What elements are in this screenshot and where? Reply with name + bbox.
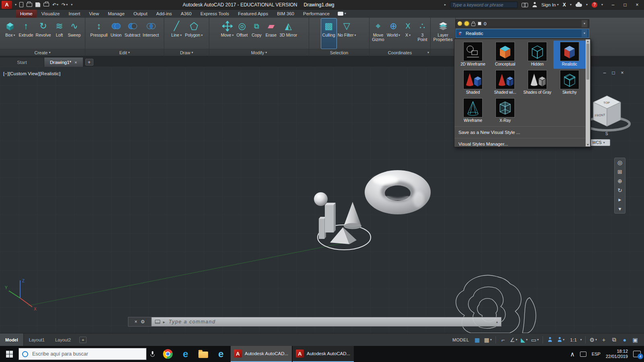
- showmotion-icon[interactable]: ▸: [618, 197, 621, 202]
- ribbon-tab-featured-apps[interactable]: Featured Apps: [234, 10, 272, 18]
- ribbon-tab-addins[interactable]: Add-ins: [152, 10, 176, 18]
- action-center-icon[interactable]: 4: [633, 351, 641, 357]
- taskbar-search-input[interactable]: [31, 351, 143, 357]
- annotation-scale-button[interactable]: 1:1▾: [567, 335, 583, 345]
- intersect-button[interactable]: Intersect: [142, 19, 160, 49]
- navbar-caret-icon[interactable]: ▾: [618, 206, 621, 212]
- help-icon[interactable]: ?: [592, 2, 597, 8]
- extrude-button[interactable]: ↑ Extrude: [17, 19, 34, 49]
- scroll-up-icon[interactable]: ▲: [586, 40, 589, 43]
- start-button[interactable]: [0, 346, 19, 362]
- taskbar-file-explorer-button[interactable]: [194, 346, 212, 362]
- grid-display-toggle[interactable]: ▦: [473, 335, 482, 345]
- sphere-solid[interactable]: [314, 192, 328, 206]
- object-snap-toggle[interactable]: ▭▾: [530, 335, 540, 345]
- ribbon-tab-bim360[interactable]: BIM 360: [273, 10, 298, 18]
- sign-in-button[interactable]: Sign In▾: [541, 2, 559, 7]
- cone-solid[interactable]: [344, 202, 361, 229]
- tray-expand-chevron-icon[interactable]: ∧: [570, 350, 575, 358]
- isodraft-toggle[interactable]: ◣▾: [519, 335, 529, 345]
- layout-tab-layout2[interactable]: Layout2: [50, 333, 76, 346]
- a360-cloud-icon[interactable]: [576, 4, 582, 7]
- panel-label-modify[interactable]: Modify▾: [209, 49, 309, 56]
- ortho-mode-toggle[interactable]: ⌐: [498, 335, 508, 345]
- union-button[interactable]: Union: [109, 19, 123, 49]
- layer-on-bulb-icon[interactable]: [458, 21, 462, 26]
- file-tab-start[interactable]: Start: [0, 58, 44, 67]
- viewcube-south-label[interactable]: S: [605, 132, 608, 136]
- move-button[interactable]: Move▾: [220, 19, 235, 49]
- search-binoculars-icon[interactable]: [522, 3, 528, 7]
- taskbar-clock[interactable]: 18:12 22/01/2019: [606, 349, 628, 359]
- ribbon-tab-performance[interactable]: Performance: [299, 10, 334, 18]
- visual-style-dropdown-field[interactable]: Realistic ▾: [456, 29, 589, 38]
- layer-freeze-sun-icon[interactable]: [464, 21, 469, 26]
- taskbar-autocad-window-2[interactable]: A Autodesk AutoCAD...: [293, 346, 354, 362]
- pan-icon[interactable]: ⊞: [617, 169, 622, 175]
- ribbon-tab-a360[interactable]: A360: [177, 10, 196, 18]
- language-indicator[interactable]: ESP: [592, 352, 601, 356]
- world-ucs-button[interactable]: ⊕ World▾: [386, 19, 401, 49]
- customization-button[interactable]: +: [599, 335, 609, 345]
- viewport-controls-label[interactable]: [−][Custom View][Realistic]: [3, 71, 60, 76]
- plot-button[interactable]: [43, 3, 49, 6]
- ribbon-tab-manage[interactable]: Manage: [104, 10, 129, 18]
- copy-button[interactable]: ⧉ Copy: [249, 19, 264, 49]
- doc-minimize-button[interactable]: –: [601, 70, 608, 76]
- visual-style-hidden[interactable]: Hidden: [521, 41, 553, 69]
- taskbar-search-box[interactable]: [19, 348, 147, 360]
- gallery-scrollbar[interactable]: ▲ ▼: [586, 39, 590, 146]
- torus-solid[interactable]: [365, 170, 431, 214]
- x-axis-button[interactable]: X X▾: [401, 19, 415, 49]
- search-arrow-icon[interactable]: ▸: [444, 3, 446, 6]
- clean-screen-toggle[interactable]: ▣: [630, 335, 640, 345]
- maximize-button[interactable]: □: [619, 0, 631, 9]
- annotation-visibility-toggle[interactable]: [545, 335, 555, 345]
- revolve-button[interactable]: ↻ Revolve: [35, 19, 52, 49]
- save-button[interactable]: [35, 2, 40, 7]
- erase-button[interactable]: ▰ Erase: [264, 19, 278, 49]
- layer-properties-button[interactable]: Layer Properties: [431, 19, 454, 49]
- undo-button[interactable]: ↶▾: [52, 2, 58, 8]
- microphone-icon[interactable]: [151, 351, 154, 357]
- coordinates-launcher-icon[interactable]: ▾: [427, 51, 429, 54]
- new-layout-button[interactable]: +: [79, 337, 87, 343]
- subtract-button[interactable]: Subtract: [123, 19, 141, 49]
- visual-style-2d-wireframe[interactable]: 2D Wireframe: [457, 41, 489, 69]
- command-close-icon[interactable]: ×: [134, 319, 137, 325]
- command-customize-icon[interactable]: ⚙: [140, 319, 145, 325]
- command-line[interactable]: ▸ ▴: [151, 317, 502, 327]
- exchange-caret-icon[interactable]: ▾: [570, 3, 572, 6]
- save-new-visual-style-item[interactable]: Save as a New Visual Style ...: [454, 128, 590, 137]
- new-drawing-button[interactable]: [19, 2, 23, 7]
- visual-style-wireframe[interactable]: Wireframe: [457, 97, 489, 125]
- doc-restore-button[interactable]: □: [610, 70, 617, 76]
- presspull-button[interactable]: ↕ Presspull: [89, 19, 109, 49]
- line-button[interactable]: ╱ Line▾: [169, 19, 184, 49]
- panel-label-draw[interactable]: Draw▾: [164, 49, 209, 56]
- ucs-icon[interactable]: Z Y X: [5, 279, 37, 311]
- redo-button[interactable]: ↷▾: [62, 2, 68, 8]
- visual-style-shaded[interactable]: Shaded: [457, 69, 489, 97]
- help-search-input[interactable]: [450, 2, 518, 8]
- taskbar-chrome-button[interactable]: [159, 346, 177, 362]
- autocad-app-menu-icon[interactable]: A: [2, 1, 12, 9]
- layer-color-swatch[interactable]: [478, 22, 481, 25]
- exchange-apps-icon[interactable]: X: [563, 2, 566, 8]
- performance-monitor-toggle[interactable]: ⧉: [609, 335, 619, 345]
- culling-button[interactable]: ▩ Culling: [321, 19, 336, 49]
- command-expand-icon[interactable]: ▴: [496, 320, 498, 324]
- taskbar-edge-button[interactable]: e: [177, 346, 194, 362]
- snap-mode-toggle[interactable]: ▦▾: [483, 335, 493, 345]
- undo-caret-icon[interactable]: ▾: [57, 3, 58, 6]
- model-space-button[interactable]: MODEL: [450, 337, 472, 342]
- ribbon-tab-output[interactable]: Output: [130, 10, 152, 18]
- polar-tracking-toggle[interactable]: ∠▾: [509, 335, 519, 345]
- new-drawing-tab-button[interactable]: +: [85, 59, 93, 66]
- layout-tab-layout1[interactable]: Layout1: [24, 333, 50, 346]
- tray-app-icon[interactable]: [580, 352, 586, 357]
- ribbon-display-toggle[interactable]: ▾: [338, 10, 346, 18]
- visual-style-xray[interactable]: X-Ray: [489, 97, 521, 125]
- workspace-switching-button[interactable]: ⚙▾: [588, 335, 598, 345]
- app-menu-caret-icon[interactable]: ▾: [15, 3, 17, 6]
